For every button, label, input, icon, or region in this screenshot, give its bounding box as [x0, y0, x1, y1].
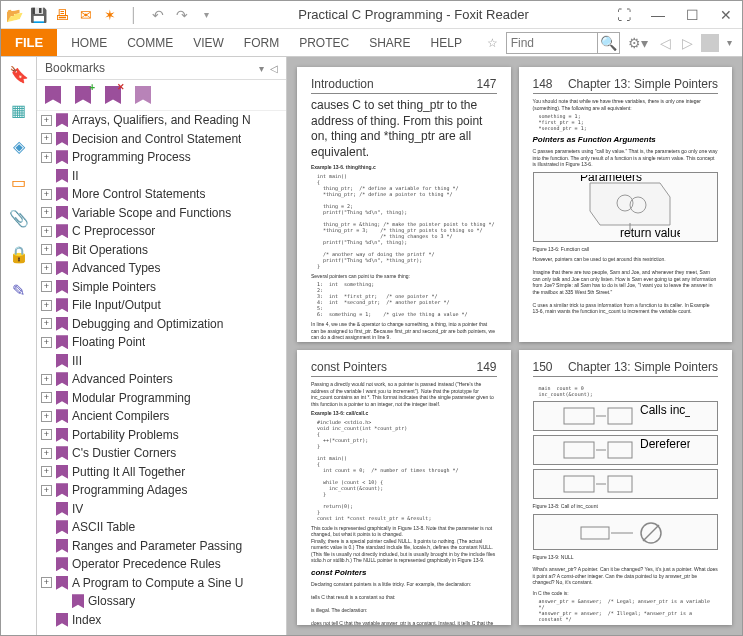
- email-icon[interactable]: ✉: [77, 6, 95, 24]
- security-panel-icon[interactable]: 🔒: [8, 243, 30, 265]
- bookmark-item[interactable]: +Portability Problems: [37, 426, 286, 445]
- expand-icon[interactable]: +: [41, 374, 52, 385]
- bookmark-item[interactable]: +Advanced Pointers: [37, 370, 286, 389]
- bookmark-item[interactable]: +C Preprocessor: [37, 222, 286, 241]
- tab-comment[interactable]: COMME: [119, 30, 181, 56]
- page-thumbnail[interactable]: 148Chapter 13: Simple Pointers You shoul…: [519, 67, 733, 342]
- layers-panel-icon[interactable]: ◈: [8, 135, 30, 157]
- maximize-icon[interactable]: ☐: [680, 7, 704, 23]
- open-icon[interactable]: 📂: [5, 6, 23, 24]
- pages-panel-icon[interactable]: ▦: [8, 99, 30, 121]
- minimize-icon[interactable]: —: [646, 7, 670, 23]
- page-thumbnail[interactable]: 150Chapter 13: Simple Pointers main coun…: [519, 350, 733, 625]
- expand-icon[interactable]: +: [41, 281, 52, 292]
- expand-icon[interactable]: +: [41, 318, 52, 329]
- tab-form[interactable]: FORM: [236, 30, 287, 56]
- expand-icon[interactable]: +: [41, 189, 52, 200]
- bookmark-item[interactable]: +Bit Operations: [37, 241, 286, 260]
- expand-icon[interactable]: +: [41, 577, 52, 588]
- tab-share[interactable]: SHARE: [361, 30, 418, 56]
- user-dropdown-icon[interactable]: ▾: [723, 37, 736, 48]
- bookmark-panel-icon[interactable]: 🔖: [8, 63, 30, 85]
- ribbon-collapse-icon[interactable]: ⛶: [612, 7, 636, 23]
- expand-icon[interactable]: +: [41, 133, 52, 144]
- page-thumbnail[interactable]: const Pointers149 Passing a directly wou…: [297, 350, 511, 625]
- star-icon[interactable]: ☆: [484, 36, 502, 50]
- expand-icon[interactable]: +: [41, 485, 52, 496]
- nav-next-icon[interactable]: ▷: [678, 35, 697, 51]
- search-input[interactable]: [507, 36, 597, 50]
- bookmark-item[interactable]: +Decision and Control Statement: [37, 130, 286, 149]
- expand-icon[interactable]: +: [41, 244, 52, 255]
- expand-icon[interactable]: +: [41, 263, 52, 274]
- page-thumbnail[interactable]: Introduction147 causes C to set thing_pt…: [297, 67, 511, 342]
- delete-bookmark-icon[interactable]: [105, 86, 121, 104]
- bookmark-item[interactable]: +Programming Adages: [37, 481, 286, 500]
- panel-menu-icon[interactable]: ▾: [259, 63, 264, 74]
- tab-help[interactable]: HELP: [423, 30, 470, 56]
- expand-icon[interactable]: +: [41, 466, 52, 477]
- bookmark-item[interactable]: Index: [37, 611, 286, 630]
- redo-icon[interactable]: ↷: [173, 6, 191, 24]
- expand-icon[interactable]: +: [41, 207, 52, 218]
- panel-collapse-icon[interactable]: ◁: [270, 63, 278, 74]
- bookmark-label: Index: [72, 613, 101, 627]
- signatures-panel-icon[interactable]: ✎: [8, 279, 30, 301]
- bookmark-item[interactable]: Ranges and Parameter Passing: [37, 537, 286, 556]
- save-icon[interactable]: 💾: [29, 6, 47, 24]
- tab-view[interactable]: VIEW: [185, 30, 232, 56]
- goto-bookmark-icon[interactable]: [45, 86, 61, 104]
- bookmark-item[interactable]: III: [37, 352, 286, 371]
- new-icon[interactable]: ✶: [101, 6, 119, 24]
- add-bookmark-icon[interactable]: [75, 86, 91, 104]
- bookmark-item[interactable]: +Modular Programming: [37, 389, 286, 408]
- expand-icon[interactable]: +: [41, 226, 52, 237]
- expand-bookmark-icon[interactable]: [135, 86, 151, 104]
- bookmark-item[interactable]: Glossary: [37, 592, 286, 611]
- attachments-panel-icon[interactable]: 📎: [8, 207, 30, 229]
- nav-prev-icon[interactable]: ◁: [656, 35, 675, 51]
- bookmark-item[interactable]: ASCII Table: [37, 518, 286, 537]
- expand-icon[interactable]: +: [41, 115, 52, 126]
- bookmark-icon: [56, 335, 68, 349]
- bookmark-label: Floating Point: [72, 335, 145, 349]
- bookmark-item[interactable]: +File Input/Output: [37, 296, 286, 315]
- bookmark-item[interactable]: +Arrays, Qualifiers, and Reading N: [37, 111, 286, 130]
- bookmark-item[interactable]: +Floating Point: [37, 333, 286, 352]
- settings-icon[interactable]: ⚙▾: [624, 35, 652, 51]
- expand-icon[interactable]: +: [41, 337, 52, 348]
- bookmarks-header: Bookmarks ▾ ◁: [37, 57, 286, 80]
- bookmark-item[interactable]: +C's Dustier Corners: [37, 444, 286, 463]
- bookmarks-panel: Bookmarks ▾ ◁ +Arrays, Qualifiers, and R…: [37, 57, 287, 635]
- expand-icon[interactable]: +: [41, 448, 52, 459]
- print-icon[interactable]: 🖶: [53, 6, 71, 24]
- user-avatar[interactable]: [701, 34, 719, 52]
- page-view[interactable]: Introduction147 causes C to set thing_pt…: [287, 57, 742, 635]
- bookmark-item[interactable]: IV: [37, 500, 286, 519]
- bookmark-item[interactable]: +Simple Pointers: [37, 278, 286, 297]
- bookmark-item[interactable]: +Ancient Compilers: [37, 407, 286, 426]
- expand-icon[interactable]: +: [41, 152, 52, 163]
- bookmark-item[interactable]: +Variable Scope and Functions: [37, 204, 286, 223]
- comments-panel-icon[interactable]: ▭: [8, 171, 30, 193]
- tab-protect[interactable]: PROTEC: [291, 30, 357, 56]
- qat-dropdown-icon[interactable]: ▾: [197, 6, 215, 24]
- bookmark-item[interactable]: +Programming Process: [37, 148, 286, 167]
- bookmark-item[interactable]: +More Control Statements: [37, 185, 286, 204]
- file-tab[interactable]: FILE: [1, 29, 57, 56]
- bookmark-item[interactable]: II: [37, 167, 286, 186]
- undo-icon[interactable]: ↶: [149, 6, 167, 24]
- bookmark-item[interactable]: +Putting It All Together: [37, 463, 286, 482]
- bookmark-item[interactable]: Operator Precedence Rules: [37, 555, 286, 574]
- expand-icon[interactable]: +: [41, 392, 52, 403]
- bookmark-item[interactable]: +Advanced Types: [37, 259, 286, 278]
- bookmark-icon: [56, 520, 68, 534]
- expand-icon[interactable]: +: [41, 300, 52, 311]
- bookmark-item[interactable]: +A Program to Compute a Sine U: [37, 574, 286, 593]
- close-icon[interactable]: ✕: [714, 7, 738, 23]
- expand-icon[interactable]: +: [41, 411, 52, 422]
- tab-home[interactable]: HOME: [63, 30, 115, 56]
- search-button[interactable]: 🔍: [597, 33, 619, 53]
- bookmark-item[interactable]: +Debugging and Optimization: [37, 315, 286, 334]
- expand-icon[interactable]: +: [41, 429, 52, 440]
